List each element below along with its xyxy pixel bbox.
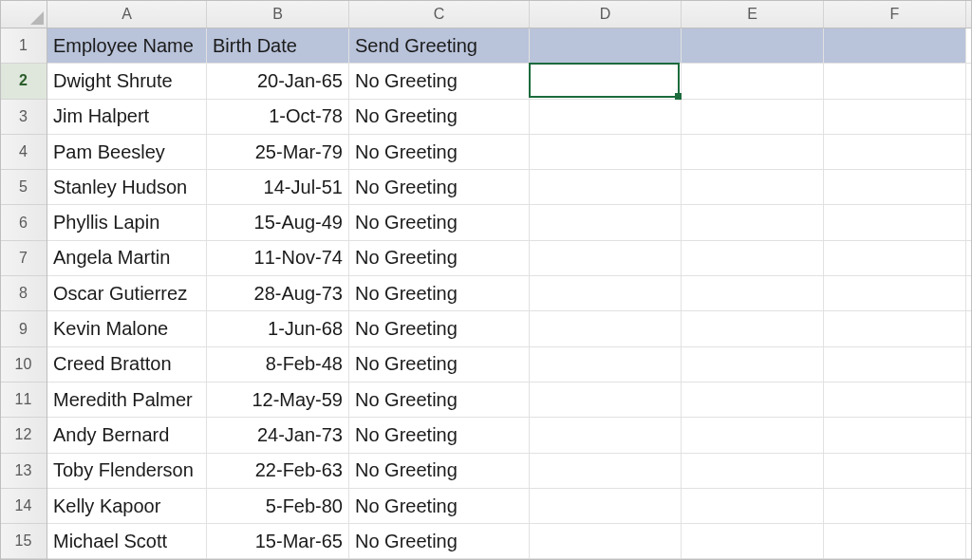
cell-C12[interactable]: No Greeting (349, 418, 530, 452)
cell-C4[interactable]: No Greeting (349, 135, 530, 169)
cell-D11[interactable] (530, 383, 682, 417)
row-header-13[interactable]: 13 (0, 454, 47, 489)
cell-A11[interactable]: Meredith Palmer (47, 383, 207, 417)
cell-D14[interactable] (530, 489, 682, 523)
cell-A15[interactable]: Michael Scott (47, 524, 207, 558)
cell-E15[interactable] (682, 524, 824, 558)
column-header-D[interactable]: D (530, 0, 682, 28)
cell-B11[interactable]: 12-May-59 (207, 383, 349, 417)
cell-A3[interactable]: Jim Halpert (47, 100, 207, 134)
row-header-9[interactable]: 9 (0, 311, 47, 346)
column-header-B[interactable]: B (207, 0, 349, 28)
row-header-7[interactable]: 7 (0, 241, 47, 276)
cell-C3[interactable]: No Greeting (349, 100, 530, 134)
cell-E5[interactable] (682, 170, 824, 204)
cell-A4[interactable]: Pam Beesley (47, 135, 207, 169)
cell-C9[interactable]: No Greeting (349, 311, 530, 345)
cell-E6[interactable] (682, 205, 824, 239)
cell-A8[interactable]: Oscar Gutierrez (47, 276, 207, 310)
cell-E9[interactable] (682, 311, 824, 345)
cell-D1[interactable] (530, 28, 682, 63)
row-header-2[interactable]: 2 (0, 64, 47, 99)
row-header-5[interactable]: 5 (0, 170, 47, 205)
cell-E13[interactable] (682, 454, 824, 488)
row-header-12[interactable]: 12 (0, 418, 47, 453)
cell-D12[interactable] (530, 418, 682, 452)
cell-F1[interactable] (824, 28, 966, 63)
select-all-corner[interactable] (0, 0, 47, 28)
row-header-6[interactable]: 6 (0, 205, 47, 240)
cell-E14[interactable] (682, 489, 824, 523)
row-header-3[interactable]: 3 (0, 100, 47, 135)
cell-A13[interactable]: Toby Flenderson (47, 454, 207, 488)
cell-B15[interactable]: 15-Mar-65 (207, 524, 349, 558)
column-header-A[interactable]: A (47, 0, 207, 28)
cell-F11[interactable] (824, 383, 966, 417)
cell-C5[interactable]: No Greeting (349, 170, 530, 204)
cell-D15[interactable] (530, 524, 682, 558)
cell-C10[interactable]: No Greeting (349, 347, 530, 382)
row-header-11[interactable]: 11 (0, 383, 47, 418)
cell-B1[interactable]: Birth Date (207, 28, 349, 63)
cell-A10[interactable]: Creed Bratton (47, 347, 207, 382)
cell-C1[interactable]: Send Greeting (349, 28, 530, 63)
cell-A2[interactable]: Dwight Shrute (47, 64, 207, 98)
cell-F12[interactable] (824, 418, 966, 452)
cell-B13[interactable]: 22-Feb-63 (207, 454, 349, 488)
cell-B6[interactable]: 15-Aug-49 (207, 205, 349, 239)
cell-F7[interactable] (824, 241, 966, 275)
cell-B4[interactable]: 25-Mar-79 (207, 135, 349, 169)
cell-A12[interactable]: Andy Bernard (47, 418, 207, 452)
cell-D3[interactable] (530, 100, 682, 134)
cell-C6[interactable]: No Greeting (349, 205, 530, 239)
cell-C15[interactable]: No Greeting (349, 524, 530, 558)
cell-A7[interactable]: Angela Martin (47, 241, 207, 275)
cell-F14[interactable] (824, 489, 966, 523)
cell-C11[interactable]: No Greeting (349, 383, 530, 417)
cell-E12[interactable] (682, 418, 824, 452)
cell-B14[interactable]: 5-Feb-80 (207, 489, 349, 523)
cell-F4[interactable] (824, 135, 966, 169)
cell-B7[interactable]: 11-Nov-74 (207, 241, 349, 275)
cell-E4[interactable] (682, 135, 824, 169)
row-header-1[interactable]: 1 (0, 28, 47, 64)
cell-F9[interactable] (824, 311, 966, 345)
cell-C7[interactable]: No Greeting (349, 241, 530, 275)
cell-A1[interactable]: Employee Name (47, 28, 207, 63)
column-header-F[interactable]: F (824, 0, 966, 28)
cell-A5[interactable]: Stanley Hudson (47, 170, 207, 204)
cell-D10[interactable] (530, 347, 682, 382)
cell-C14[interactable]: No Greeting (349, 489, 530, 523)
cell-D9[interactable] (530, 311, 682, 345)
row-header-15[interactable]: 15 (0, 524, 47, 559)
cell-A9[interactable]: Kevin Malone (47, 311, 207, 345)
cell-D5[interactable] (530, 170, 682, 204)
cell-E1[interactable] (682, 28, 824, 63)
cell-C2[interactable]: No Greeting (349, 64, 530, 98)
cell-E3[interactable] (682, 100, 824, 134)
cell-D7[interactable] (530, 241, 682, 275)
cell-B5[interactable]: 14-Jul-51 (207, 170, 349, 204)
cell-C13[interactable]: No Greeting (349, 454, 530, 488)
cell-F10[interactable] (824, 347, 966, 382)
cell-E7[interactable] (682, 241, 824, 275)
cell-F2[interactable] (824, 64, 966, 98)
cell-E11[interactable] (682, 383, 824, 417)
cell-B9[interactable]: 1-Jun-68 (207, 311, 349, 345)
cell-D8[interactable] (530, 276, 682, 310)
cell-F5[interactable] (824, 170, 966, 204)
cell-B8[interactable]: 28-Aug-73 (207, 276, 349, 310)
cell-F13[interactable] (824, 454, 966, 488)
cell-B12[interactable]: 24-Jan-73 (207, 418, 349, 452)
column-header-C[interactable]: C (349, 0, 530, 28)
cell-F15[interactable] (824, 524, 966, 558)
cell-E10[interactable] (682, 347, 824, 382)
cell-D6[interactable] (530, 205, 682, 239)
cell-B2[interactable]: 20-Jan-65 (207, 64, 349, 98)
column-header-E[interactable]: E (682, 0, 824, 28)
cell-E2[interactable] (682, 64, 824, 98)
cell-E8[interactable] (682, 276, 824, 310)
cell-D2[interactable] (530, 64, 682, 98)
row-header-8[interactable]: 8 (0, 276, 47, 311)
cell-B10[interactable]: 8-Feb-48 (207, 347, 349, 382)
